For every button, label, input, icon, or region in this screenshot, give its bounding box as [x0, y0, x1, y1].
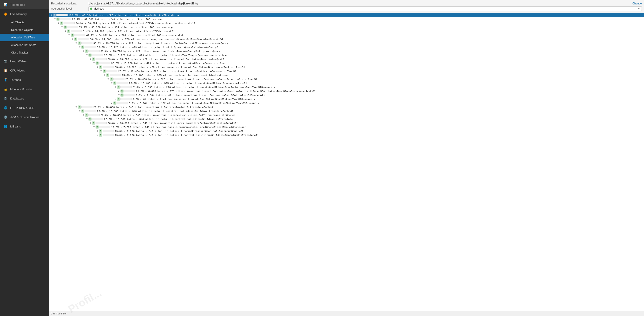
aggregation-select[interactable]: Methods ▼: [88, 6, 642, 11]
tree-row[interactable]: ▼m26.6% - 10,880 bytes - 340 alloc. io.g…: [49, 105, 644, 109]
tree-row[interactable]: ▼m25.5% - 10,400 bytes - 325 alloc. io.g…: [49, 77, 644, 81]
jvm-custom-probes-icon: ⚙️: [3, 115, 8, 119]
expand-button[interactable]: ▼: [92, 61, 96, 65]
expand-button[interactable]: ▼: [89, 121, 92, 125]
sidebar-item-label-telemetries: Telemetries: [10, 3, 25, 6]
tree-row[interactable]: ▼m74.7% - 30,528 bytes - 954 alloc. cats…: [49, 25, 644, 29]
method-icon: m: [120, 93, 124, 97]
tree-row[interactable]: ▼m60.2% - 24,608 bytes - 769 alloc. me.b…: [49, 37, 644, 41]
sidebar-item-http-rpc-jee[interactable]: 🌐HTTP, RPC & JEE: [0, 103, 49, 112]
expand-button[interactable]: ▼: [114, 85, 117, 89]
expand-button[interactable]: ▼: [117, 93, 120, 97]
sidebar-item-jvm-custom-probes[interactable]: ⚙️JVM & Custom Probes: [0, 112, 49, 122]
method-icon: m: [88, 117, 92, 121]
sidebar-item-recorded-objects[interactable]: Recorded Objects: [0, 26, 49, 34]
tree-row[interactable]: ▼m74.9% - 30,624 bytes - 957 alloc. cats…: [49, 21, 644, 25]
expand-button[interactable]: ▼: [110, 81, 113, 85]
expand-button[interactable]: ▼: [92, 125, 96, 129]
sidebar-item-monitors-locks[interactable]: 🔒Monitors & Locks: [0, 84, 49, 94]
sidebar-item-allocation-hot-spots[interactable]: Allocation Hot Spots: [0, 41, 49, 49]
sidebar-item-label-heap-walker: Heap Walker: [10, 59, 27, 63]
tree-row[interactable]: ▼m33.6% - 13,728 bytes - 429 alloc. io.g…: [49, 57, 644, 61]
expand-button[interactable]: ▼: [82, 49, 85, 53]
expand-button[interactable]: ▼: [96, 65, 99, 69]
tree-row[interactable]: ▼m3.7% - 1,504 bytes - 47 alloc. io.getq…: [49, 93, 644, 97]
tree-row[interactable]: ▼m26.6% - 10,880 bytes - 340 alloc. io.g…: [49, 121, 644, 125]
sidebar-item-class-tracker[interactable]: Class Tracker: [0, 49, 49, 56]
tree-row[interactable]: ▼m33.6% - 13,728 bytes - 429 alloc. io.g…: [49, 49, 644, 53]
tree-row[interactable]: ▼m21.8% - 8,896 bytes - 278 alloc. io.ge…: [49, 85, 644, 89]
expand-button[interactable]: ▼: [50, 13, 53, 17]
tree-row[interactable]: ▼m25.6% - 10,464 bytes - 327 alloc. io.g…: [49, 69, 644, 73]
expand-button[interactable]: ▼: [68, 33, 71, 37]
expand-button[interactable]: ▼: [85, 117, 88, 121]
tree-row[interactable]: ▼m61.2% - 24,992 bytes - 781 alloc. cats…: [49, 33, 644, 37]
tree-row-text: 0.2% - 64 bytes - 2 alloc. io.getquill.q…: [132, 98, 255, 101]
sidebar-item-telemetries[interactable]: 📊Telemetries: [0, 0, 49, 9]
expand-button[interactable]: ▼: [60, 25, 64, 29]
expand-button[interactable]: ▼: [85, 53, 88, 57]
expand-button[interactable]: ▶: [96, 133, 99, 137]
tree-row[interactable]: ▼m33.6% - 13,728 bytes - 429 alloc. io.g…: [49, 53, 644, 57]
expand-button[interactable]: ▼: [82, 113, 85, 117]
expand-button[interactable]: ▼: [78, 109, 81, 113]
expand-button[interactable]: ▼: [103, 73, 106, 77]
expand-button[interactable]: ▼: [57, 21, 60, 25]
tree-row[interactable]: ▼m26.6% - 10,880 bytes - 340 alloc. io.g…: [49, 109, 644, 113]
tree-row[interactable]: ▼m26.6% - 10,880 bytes - 340 alloc. io.g…: [49, 113, 644, 117]
sidebar-item-databases[interactable]: 🗄️Databases: [0, 94, 49, 103]
tree-row-text: 26.6% - 10,880 bytes - 340 alloc. io.get…: [104, 118, 233, 121]
sidebar-item-all-objects[interactable]: All Objects: [0, 19, 49, 26]
tree-row[interactable]: ▼m33.6% - 13,728 bytes - 429 alloc. io.g…: [49, 41, 644, 45]
sidebar-item-threads[interactable]: 🧵Threads: [0, 75, 49, 84]
expand-button[interactable]: ▼: [75, 41, 78, 45]
expand-button[interactable]: ▼: [64, 29, 67, 33]
tree-row[interactable]: ▼m33.6% - 13,728 bytes - 429 alloc. io.g…: [49, 61, 644, 65]
method-icon: m: [99, 65, 102, 69]
sidebar-item-mbeans[interactable]: 🌐MBeans: [0, 122, 49, 131]
tree-row[interactable]: ▼m25.5% - 10,400 bytes - 325 alloc. scal…: [49, 73, 644, 77]
method-icon: m: [81, 109, 84, 113]
sidebar-item-live-memory[interactable]: 🔶Live Memory: [0, 9, 49, 19]
tree-row[interactable]: ▶m19.0% - 7,776 bytes - 243 alloc. io.ge…: [49, 133, 644, 137]
tree-row[interactable]: ▼m100.0% - 40,864 bytes - 1,277 alloc. c…: [49, 13, 644, 17]
mbeans-icon: 🌐: [3, 124, 8, 129]
expand-button[interactable]: ▼: [96, 129, 99, 133]
sidebar-item-allocation-call-tree[interactable]: Allocation Call Tree: [0, 34, 49, 41]
sidebar-item-label-http-rpc-jee: HTTP, RPC & JEE: [10, 106, 34, 109]
expand-button[interactable]: ▼: [89, 57, 92, 61]
tree-row[interactable]: ▼m33.6% - 13,728 bytes - 429 alloc. io.g…: [49, 65, 644, 69]
expand-button[interactable]: ▶: [117, 89, 120, 93]
expand-button[interactable]: ▼: [107, 77, 110, 81]
expand-button[interactable]: ▼: [71, 37, 74, 41]
allocation-bar: [124, 90, 135, 92]
sidebar-item-cpu-views[interactable]: 📋CPU Views: [0, 66, 49, 75]
expand-button[interactable]: ▶: [110, 101, 113, 105]
method-icon: m: [78, 105, 81, 109]
bottom-bar-text: Call Tree Filter: [51, 312, 67, 315]
tree-row[interactable]: ▼m25.5% - 10,400 bytes - 325 alloc. io.g…: [49, 81, 644, 85]
expand-button[interactable]: ▶: [114, 97, 117, 101]
tree-row[interactable]: ▼m97.1% - 39,680 bytes - 1,240 alloc. ca…: [49, 17, 644, 21]
method-icon: m: [120, 89, 124, 93]
tree-row-text: 25.5% - 10,400 bytes - 325 alloc. scala.…: [122, 74, 228, 77]
tree-row[interactable]: ▼m61.2% - 24,992 bytes - 781 alloc. cats…: [49, 29, 644, 33]
allocation-bar: [74, 34, 85, 36]
tree-row[interactable]: ▶m8.0% - 3,264 bytes - 102 alloc. io.get…: [49, 101, 644, 105]
tree-row[interactable]: ▼m19.0% - 7,776 bytes - 243 alloc. com.g…: [49, 125, 644, 129]
tree-row[interactable]: ▼m19.0% - 7,776 bytes - 243 alloc. io.ge…: [49, 129, 644, 133]
tree-row[interactable]: ▼m33.6% - 13,728 bytes - 429 alloc. io.g…: [49, 45, 644, 49]
method-icon: m: [78, 41, 81, 45]
sidebar-item-heap-walker[interactable]: 📷Heap Walker: [0, 56, 49, 66]
change-link[interactable]: Change: [632, 2, 642, 5]
tree-row[interactable]: ▶m21.8% - 8,896 bytes - 278 alloc. io.ge…: [49, 89, 644, 93]
method-icon: m: [103, 69, 106, 73]
allocation-bar: [85, 110, 96, 112]
method-icon: m: [56, 17, 60, 21]
expand-button[interactable]: ▼: [75, 105, 78, 109]
expand-button[interactable]: ▼: [53, 17, 56, 21]
tree-row[interactable]: ▶m0.2% - 64 bytes - 2 alloc. io.getquill…: [49, 97, 644, 101]
tree-row[interactable]: ▼m26.6% - 10,880 bytes - 340 alloc. io.g…: [49, 117, 644, 121]
expand-button[interactable]: ▼: [78, 45, 81, 49]
expand-button[interactable]: ▼: [100, 69, 103, 73]
